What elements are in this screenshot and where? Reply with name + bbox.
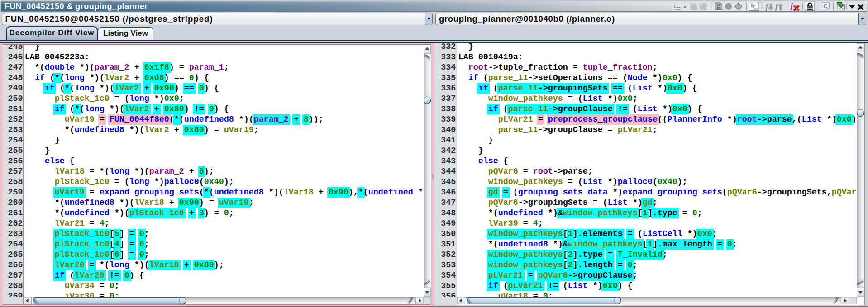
svg-text:f: f: [791, 2, 794, 10]
svg-text:f: f: [766, 2, 769, 11]
svg-text:01: 01: [717, 7, 721, 10]
svg-text:f: f: [775, 2, 779, 11]
svg-text:C: C: [823, 3, 828, 9]
